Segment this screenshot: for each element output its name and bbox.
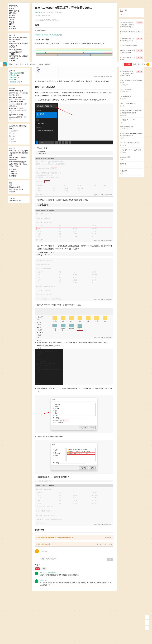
start-button[interactable] <box>36 141 38 144</box>
recent-comment[interactable]: 在win10+Ubuntu双...wei/6回复：你好，我倒写来存在... <box>9 107 28 114</box>
folder-item[interactable]: 音乐 <box>93 316 100 322</box>
year-archive[interactable]: 2021年8篇 <box>9 168 28 170</box>
explorer-tree-item[interactable]: ▸ 下载 <box>36 321 49 324</box>
tree-node[interactable]: ▸ 视频 <box>54 409 95 411</box>
site-logo[interactable] <box>2 62 7 66</box>
tree-node[interactable]: ▸ 文档 <box>54 413 95 415</box>
explorer-tree-item[interactable]: ▸ 图片 <box>36 326 49 329</box>
tree-node[interactable]: ▾ 此电脑 <box>54 406 95 408</box>
category-link[interactable]: ▫ 系统维护7篇 <box>9 74 28 76</box>
taskbar-icon[interactable] <box>65 141 68 144</box>
explorer-tree-item[interactable]: ▸ 桌面 <box>36 318 49 321</box>
follow-button[interactable]: 关注 <box>13 28 16 29</box>
nav-yuanruyi[interactable]: 猿如意 <box>45 63 50 66</box>
reco-link[interactable]: C# Json格式处理程序员 C# <box>120 94 143 101</box>
survey-option[interactable]: 一般般 <box>9 135 28 138</box>
reco-link[interactable]: 原力计划 第一季度原力汇总公开及6月 <box>120 29 143 36</box>
tag-item[interactable]: 系统日常处理 <box>9 200 18 202</box>
tree-node[interactable]: ▾ X (X:) <box>54 449 65 450</box>
folder-item[interactable]: 图片 <box>68 316 75 322</box>
reco-link[interactable]: 应用程序运行报错问题分析 <box>120 43 143 48</box>
drive-item[interactable]: 本地磁盘 (C:) <box>52 324 58 331</box>
reco-link[interactable]: Java-7：SpringBoot 2.x云计算 <box>120 101 143 108</box>
toc-link[interactable]: 卸载完成！ <box>9 190 28 193</box>
hot-article-link[interactable]: Win10+Ubuntu双系统修复Ubuntu系统引导👁 19421 <box>9 36 28 43</box>
comment-tools[interactable]: 表情包 代码块 添加代码片 <box>40 558 57 561</box>
comment-textarea[interactable]: 评论内容 <box>40 549 113 557</box>
reco-link[interactable]: 小米手机Xml Controls的那种方法CSDN小编 <box>120 148 143 155</box>
nav-download[interactable]: 下载 <box>14 63 18 66</box>
cancel-button[interactable]: 取消 <box>89 466 95 470</box>
survey-option[interactable]: 强烈不推荐 <box>9 130 28 132</box>
taskbar-icon[interactable] <box>55 141 58 144</box>
explorer-tree-item[interactable]: ▸ 此电脑 <box>36 329 49 331</box>
drive-item[interactable]: 本地磁盘 (E:) <box>68 324 75 331</box>
explorer-tree-item[interactable]: ▸ 3D 对象 <box>36 331 49 334</box>
taskbar-icon[interactable] <box>69 141 71 144</box>
explorer-tree-item[interactable]: ▸ 图片 <box>36 336 49 339</box>
recent-comment[interactable]: Win10+Ubuntu双系...超级详干货呀，可以很好访问双系统 那赞超 <box>9 90 28 96</box>
explorer-tree-item[interactable]: ▸ 文档 <box>36 324 49 326</box>
year-archive[interactable]: 2019年17篇 <box>9 173 28 175</box>
reco-link[interactable]: 商品数据化推送时的7*24小时经营及数据的发布者分页过程架构师专题 <box>120 108 143 118</box>
recent-comment[interactable]: 在win10+Ubuntu双...gpluscarter 回复说：没有对应权限.… <box>9 101 28 107</box>
file-row[interactable]: 📁 Boot 2021/3/23 15:32 文件夹 <box>67 449 95 451</box>
category-link[interactable]: ▫ Ubuntu系统操作9篇 <box>9 72 28 74</box>
notepad-result[interactable]: 记事本 应用 <box>36 354 62 358</box>
open-button[interactable]: 打开(O) <box>79 426 88 429</box>
submit-comment[interactable]: 发布 <box>107 558 113 561</box>
tree-node[interactable]: ▸ 3D 对象 <box>54 408 95 409</box>
reco-link[interactable]: 2023华为产品测评官-开发者之声 + 华为云开发者社区＋年中盘点立即参与 <box>120 20 143 29</box>
explorer-tree-item[interactable]: ▸ 快速访问 <box>36 316 49 318</box>
reco-link[interactable]: Linux上Vim操作linux <box>120 155 143 162</box>
drive-item[interactable]: 本地磁盘 (D:) <box>60 324 66 331</box>
author-name[interactable]: gpluscarter <box>9 4 28 6</box>
explorer-tree-item[interactable]: ▸ 下载 <box>36 342 49 344</box>
recent-comment[interactable]: 在win10+Ubuntu双...gpluscarter 回复说：你需要... <box>9 114 28 120</box>
reco-link[interactable]: 手把手操作推荐 <box>120 168 143 176</box>
folder-item[interactable]: 视频 <box>60 316 66 322</box>
reco-link[interactable]: IDEA引入本地jar包的的种方法程序员三胖 <box>120 140 143 148</box>
reco-link[interactable]: 浅谈安全工具落地实现解决的数据安全问题立即下载 <box>120 36 143 43</box>
tree-node[interactable]: ▸ Boot <box>54 452 65 453</box>
cmd-result[interactable]: 命令提示符 应用 <box>36 112 57 118</box>
msg-link[interactable]: 消息 <box>133 63 136 66</box>
reco-link[interactable]: 基于Nginx的简单TLS分布特性立即下载 <box>120 55 143 62</box>
p-ref-link[interactable]: win10和Ubuntu16.04双系统安装详解 <box>35 33 113 36</box>
write-blog-button[interactable]: 写博客 <box>124 63 132 66</box>
author-link[interactable]: gpluscarter <box>35 12 42 13</box>
toc-link[interactable]: 清除ubuntu系统 <box>9 186 28 188</box>
tree-node[interactable]: ▸ Microsoft <box>54 453 65 454</box>
category-link[interactable]: ▫ 曾用的服务(?)1篇 <box>9 81 28 83</box>
search-input[interactable] <box>120 13 143 16</box>
reco-link[interactable]: redis简介 - RedisModuleredis <box>120 118 143 124</box>
taskbar-search[interactable]: ⌕ 记事本 <box>35 383 113 385</box>
commenter-name[interactable]: gpluscarter <box>40 580 47 581</box>
dm-link[interactable]: 私信 <box>9 28 12 29</box>
folder-item[interactable]: 桌面 <box>102 316 108 322</box>
archive-link[interactable]: centos7连接（上传/下载）服务器文件 <box>9 156 28 161</box>
reco-link[interactable]: python黄道程序设计kawhi_14 python <box>120 124 143 131</box>
tree-node[interactable]: ▸ X (X:) <box>54 415 95 416</box>
tree-node[interactable]: ▸ 快速访问 <box>54 404 95 406</box>
taskbar-search[interactable]: ⌕ cmd <box>39 141 54 144</box>
filename-input[interactable] <box>60 417 85 419</box>
recent-comment[interactable]: gpluscarter的博友使用之后但没权限操作 <box>9 96 28 101</box>
filename-input[interactable] <box>60 462 85 464</box>
folder-item[interactable]: 下载 <box>85 316 91 322</box>
tab-latest[interactable]: 最新 <box>35 567 40 570</box>
category-link[interactable]: ▫ linux15篇 <box>9 78 28 81</box>
nav-cloud[interactable]: 云服务 <box>38 63 43 66</box>
commenter-name[interactable]: WinCrazy_1 0 gpluscarter <box>40 572 56 573</box>
tree-node[interactable]: ▸ ubuntu <box>54 454 65 456</box>
survey-option[interactable]: 推荐 <box>9 138 28 140</box>
nav-blog[interactable]: 博客 <box>9 63 12 66</box>
hot-article-link[interactable]: ubuntu系统python——numpy,git安装指南👁 5160 <box>9 49 28 55</box>
drive-item[interactable]: X: <box>77 324 83 331</box>
filetype-select[interactable]: 所有文件 (*.*) <box>59 419 69 422</box>
tree-node[interactable]: ▸ 图片 <box>54 411 95 413</box>
toc-link[interactable]: 删除开启引导启动项 <box>9 188 28 190</box>
reco-link[interactable]: spring boot 增合qurtz的案例实用领域分析立即下载 <box>120 48 143 55</box>
explorer-tree-item[interactable]: ▸ 音乐 <box>36 344 49 347</box>
history-link[interactable]: 历史 <box>138 63 141 66</box>
